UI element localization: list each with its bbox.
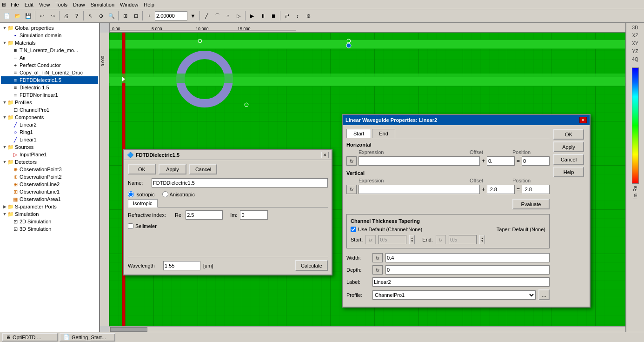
fx-btn-width[interactable]: fx: [372, 253, 383, 262]
menu-file[interactable]: File: [8, 1, 22, 8]
toolbar-undo[interactable]: ↩: [37, 11, 47, 21]
tree-item-sim3d[interactable]: ⊡ 3D Simulation: [1, 225, 98, 233]
tree-item-obs-point2[interactable]: ⊕ ObservationPoint2: [1, 173, 98, 181]
tree-item-linear2[interactable]: ╱ Linear2: [1, 121, 98, 128]
start-value-input[interactable]: 0.5: [378, 235, 406, 244]
tree-item-profiles[interactable]: ▼ 📁 Profiles: [1, 99, 98, 106]
zoom-input[interactable]: 2.00000: [155, 11, 187, 20]
tree-item-obs-line2[interactable]: ⊞ ObservationLine2: [1, 181, 98, 188]
tree-item-channelpro1[interactable]: ⊟ ChannelPro1: [1, 106, 98, 114]
fx-btn-depth[interactable]: fx: [372, 265, 383, 275]
toolbar-grid[interactable]: ⊞: [120, 11, 130, 21]
tree-item-air[interactable]: ≡ Air: [1, 54, 98, 61]
toolbar-sim3[interactable]: ⏹: [268, 11, 279, 21]
toolbar-view2[interactable]: ↕: [292, 11, 303, 21]
tree-item-materials[interactable]: ▼ 📁 Materials: [1, 39, 98, 47]
sellmeier-label[interactable]: Sellmeier: [135, 223, 157, 229]
tree-item-inputplane1[interactable]: ▷ InputPlane1: [1, 151, 98, 158]
end-spin-up[interactable]: ▲ ▼: [479, 235, 485, 244]
start-spin-up[interactable]: ▲ ▼: [409, 235, 415, 244]
large-dialog-help[interactable]: Help: [553, 167, 584, 177]
toolbar-sim1[interactable]: ▶: [247, 11, 257, 21]
wavelength-input[interactable]: 1.55: [163, 261, 200, 270]
anisotropic-radio-label[interactable]: Anisotropic: [162, 191, 195, 197]
fx-btn-start[interactable]: fx: [365, 235, 376, 244]
depth-input[interactable]: 0: [385, 265, 550, 275]
toolbar-sim2[interactable]: ⏸: [258, 11, 268, 21]
menu-edit[interactable]: Edit: [22, 1, 36, 8]
toolbar-draw1[interactable]: ╱: [201, 11, 212, 21]
tab-start[interactable]: Start: [346, 129, 371, 138]
tab-isotropic[interactable]: Isotropic: [128, 199, 158, 208]
toolbar-view3[interactable]: ⊗: [303, 11, 313, 21]
toolbar-print[interactable]: 🖨: [61, 11, 71, 21]
tree-item-sparams[interactable]: ▶ 📁 S-parameter Ports: [1, 203, 98, 210]
tree-item-sources[interactable]: ▼ 📁 Sources: [1, 143, 98, 151]
toolbar-draw3[interactable]: ○: [223, 11, 233, 21]
re-input[interactable]: 2.5: [186, 210, 223, 220]
toolbar-view1[interactable]: ⇄: [282, 11, 292, 21]
toolbar-help[interactable]: ?: [72, 11, 82, 21]
toolbar-open[interactable]: 📂: [13, 11, 23, 21]
menu-draw[interactable]: Draw: [70, 1, 88, 8]
small-dialog-apply[interactable]: Apply: [159, 164, 186, 174]
tree-item-simdomain[interactable]: ▪ Simulation domain: [1, 32, 98, 39]
tree-item-diel15[interactable]: ≡ Dielectric 1.5: [1, 84, 98, 91]
toolbar-draw2[interactable]: ⌒: [212, 11, 222, 21]
large-dialog-cancel[interactable]: Cancel: [553, 154, 584, 165]
toolbar-redo[interactable]: ↪: [47, 11, 58, 21]
tree-item-obs-point3[interactable]: ⊕ ObservationPoint3: [1, 166, 98, 173]
fx-btn-v[interactable]: fx: [346, 185, 357, 194]
tree-item-global[interactable]: ▼ 📁 Global properties: [1, 24, 98, 32]
v-offset-input[interactable]: -2.8: [487, 185, 515, 194]
toolbar-draw4[interactable]: ▷: [233, 11, 244, 21]
tree-item-tin[interactable]: ≡ TiN_Lorentz_Drude_mo...: [1, 47, 98, 54]
v-expression-input[interactable]: [359, 185, 480, 194]
label-input[interactable]: Linear2: [372, 277, 550, 287]
fx-btn-end[interactable]: fx: [436, 235, 446, 244]
menu-tools[interactable]: Tools: [53, 1, 70, 8]
v-position-input[interactable]: -2.8: [522, 185, 550, 194]
tree-item-sim2d[interactable]: ⊡ 2D Simulation: [1, 218, 98, 225]
tree-item-obs-line1[interactable]: ⊞ ObservationLine1: [1, 188, 98, 195]
width-input[interactable]: 0.4: [385, 253, 550, 262]
fx-btn-h[interactable]: fx: [346, 156, 357, 166]
toolbar-new[interactable]: 📄: [2, 11, 12, 21]
calculate-btn[interactable]: Calculate: [295, 260, 328, 271]
profile-browse-btn[interactable]: ...: [538, 289, 550, 300]
im-input[interactable]: 0: [240, 210, 268, 220]
toolbar-snap[interactable]: ⊟: [131, 11, 141, 21]
large-dialog-apply[interactable]: Apply: [553, 141, 584, 152]
tree-item-perfect-cond[interactable]: + Perfect Conductor: [1, 61, 98, 69]
tree-item-simulation[interactable]: ▼ 📁 Simulation: [1, 210, 98, 218]
use-default-label[interactable]: Use Default (Channel:None): [358, 227, 422, 232]
isotropic-radio[interactable]: [128, 191, 134, 197]
canvas-scrollbar-bottom[interactable]: [109, 326, 625, 332]
menu-view[interactable]: View: [36, 1, 53, 8]
toolbar-zoom-dropdown[interactable]: ▼: [188, 11, 198, 21]
toolbar-btn-b[interactable]: 🔍: [106, 11, 117, 21]
small-dialog-ok[interactable]: OK: [128, 164, 156, 174]
evaluate-btn[interactable]: Evaluate: [512, 199, 550, 209]
h-position-input[interactable]: 0: [522, 156, 550, 166]
tree-container[interactable]: ▼ 📁 Global properties ▪ Simulation domai…: [0, 23, 99, 336]
tree-item-obs-area1[interactable]: ▦ ObservationArea1: [1, 195, 98, 203]
h-expression-input[interactable]: [359, 156, 480, 166]
end-value-input[interactable]: 0.5: [449, 235, 477, 244]
menu-simulation[interactable]: Simulation: [88, 1, 117, 8]
tree-item-fdtd-nonlin[interactable]: ≡ FDTDNonlinear1: [1, 91, 98, 99]
tab-end[interactable]: End: [372, 129, 395, 138]
sellmeier-checkbox[interactable]: [128, 223, 133, 229]
toolbar-zoom-in[interactable]: +: [144, 11, 154, 21]
small-dialog-close[interactable]: ✕: [321, 152, 329, 158]
anisotropic-radio[interactable]: [162, 191, 168, 197]
h-offset-input[interactable]: 0.: [487, 156, 515, 166]
toolbar-save[interactable]: 💾: [23, 11, 33, 21]
tree-item-fdtd-diel[interactable]: ≡ FDTDDielectric1.5: [1, 76, 98, 84]
taskbar-btn-2[interactable]: 📄 Getting_Start...: [60, 333, 115, 342]
tree-item-copy-tin[interactable]: ≡ Copy_of_TiN_Lorentz_Druc: [1, 69, 98, 76]
tree-item-components[interactable]: ▼ 📁 Components: [1, 114, 98, 121]
menu-window[interactable]: Window: [117, 1, 141, 8]
menu-help[interactable]: Help: [141, 1, 157, 8]
large-dialog-close[interactable]: ✕: [579, 117, 587, 123]
